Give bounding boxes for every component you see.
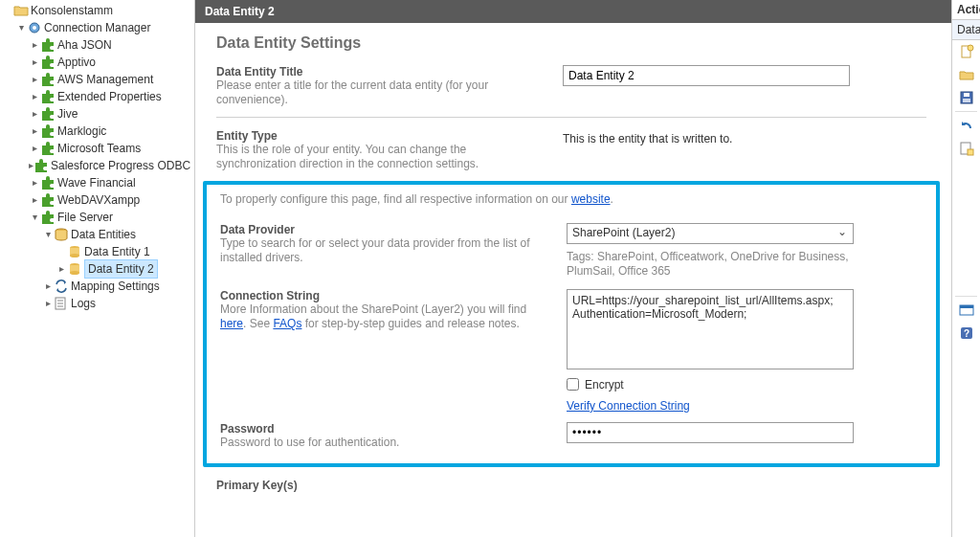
expander-icon[interactable]: ▸ bbox=[29, 36, 40, 54]
action-undo[interactable] bbox=[952, 114, 980, 137]
expander-icon[interactable]: ▾ bbox=[29, 209, 40, 226]
tree-label: AWS Management bbox=[57, 71, 153, 88]
expander-icon[interactable]: ▸ bbox=[29, 54, 40, 71]
config-help-text: To properly configure this page, find al… bbox=[220, 192, 923, 208]
field-label: Connection String bbox=[220, 289, 549, 302]
undo-icon bbox=[959, 118, 974, 133]
action-help[interactable]: ? bbox=[952, 322, 980, 345]
highlight-box: To properly configure this page, find al… bbox=[203, 181, 940, 467]
desc-part: More Information about the SharePoint (L… bbox=[220, 302, 526, 316]
action-save[interactable] bbox=[952, 86, 980, 109]
tree-item[interactable]: ▸Wave Financial bbox=[29, 174, 194, 191]
expander-icon[interactable]: ▸ bbox=[29, 191, 40, 209]
field-description: Password to use for authentication. bbox=[220, 436, 549, 450]
actions-header: Actions bbox=[952, 0, 980, 20]
folder-icon bbox=[13, 3, 29, 18]
website-link[interactable]: website bbox=[571, 192, 611, 206]
puzzle-icon bbox=[40, 72, 56, 87]
tree-label: Aha JSON bbox=[57, 36, 112, 54]
page-title-bar: Data Entity 2 bbox=[195, 0, 951, 23]
expander-icon[interactable]: ▾ bbox=[42, 226, 54, 243]
svg-text:?: ? bbox=[963, 328, 969, 339]
expander-icon[interactable]: ▸ bbox=[29, 105, 40, 123]
field-description: Please enter a title for the current dat… bbox=[216, 78, 546, 107]
actions-sub: Data Entity 2 bbox=[952, 20, 980, 40]
tree-label: Apptivo bbox=[57, 54, 96, 71]
expander-icon[interactable]: ▸ bbox=[29, 88, 40, 105]
puzzle-icon bbox=[40, 106, 56, 122]
puzzle-icon bbox=[40, 175, 56, 190]
tree-label: Data Entity 1 bbox=[84, 243, 150, 260]
tree-label: Marklogic bbox=[57, 123, 106, 140]
expander-icon[interactable]: ▸ bbox=[42, 278, 54, 295]
password-input[interactable] bbox=[567, 422, 854, 443]
entity-title-input[interactable] bbox=[563, 65, 850, 86]
expander-icon[interactable]: ▸ bbox=[29, 71, 40, 88]
tree-data-entities[interactable]: ▾Data Entities bbox=[42, 226, 194, 243]
expander-icon[interactable]: ▸ bbox=[29, 174, 40, 191]
select-value: SharePoint (Layer2) bbox=[572, 226, 675, 239]
tree-data-entity-1[interactable]: ▸Data Entity 1 bbox=[56, 243, 194, 260]
expander-icon[interactable]: ▸ bbox=[29, 140, 40, 157]
expander-icon[interactable]: ▸ bbox=[56, 260, 67, 278]
tree-connection-manager[interactable]: ▾ Connection Manager bbox=[15, 19, 194, 36]
svg-rect-16 bbox=[968, 149, 973, 155]
action-view[interactable] bbox=[952, 299, 980, 322]
folder-open-icon bbox=[959, 67, 974, 82]
verify-connection-link[interactable]: Verify Connection String bbox=[567, 399, 690, 413]
svg-rect-18 bbox=[960, 305, 973, 308]
separator bbox=[955, 296, 977, 297]
tree-item[interactable]: ▸Extended Properties bbox=[29, 88, 194, 105]
field-label: Data Entity Title bbox=[216, 65, 546, 78]
navigation-tree: ▸ Konsolenstamm ▾ Connection Manager ▸Ah… bbox=[0, 0, 195, 537]
tree-item[interactable]: ▸Aha JSON bbox=[29, 36, 194, 54]
field-description: This is the role of your entity. You can… bbox=[216, 143, 546, 171]
expander-icon[interactable]: ▸ bbox=[29, 123, 40, 140]
faqs-link[interactable]: FAQs bbox=[273, 317, 301, 330]
desc-part: . See bbox=[243, 317, 273, 330]
connection-string-input[interactable] bbox=[567, 289, 854, 369]
field-label: Password bbox=[220, 422, 549, 436]
action-new[interactable] bbox=[952, 40, 980, 63]
content-area[interactable]: Data Entity Settings Data Entity Title P… bbox=[195, 23, 951, 537]
field-label: Data Provider bbox=[220, 223, 549, 236]
encrypt-label: Encrypt bbox=[585, 378, 624, 392]
tree-item[interactable]: ▸Marklogic bbox=[29, 123, 194, 140]
puzzle-icon bbox=[40, 141, 56, 156]
tree-data-entity-2[interactable]: ▸Data Entity 2 bbox=[56, 260, 194, 278]
tree-item-file-server[interactable]: ▾File Server bbox=[29, 209, 194, 226]
expander-icon[interactable]: ▾ bbox=[15, 19, 27, 36]
tree-label: Data Entity 2 bbox=[84, 259, 158, 279]
tree-item[interactable]: ▸Jive bbox=[29, 105, 194, 123]
expander-icon[interactable]: ▸ bbox=[42, 295, 54, 312]
tree-item[interactable]: ▸WebDAVXampp bbox=[29, 191, 194, 209]
tree-logs[interactable]: ▸Logs bbox=[42, 295, 194, 312]
encrypt-checkbox[interactable] bbox=[567, 378, 579, 391]
action-properties[interactable] bbox=[952, 137, 980, 160]
row-entity-type: Entity Type This is the role of your ent… bbox=[216, 129, 926, 171]
tree-item[interactable]: ▸Microsoft Teams bbox=[29, 140, 194, 157]
tree-item[interactable]: ▸Apptivo bbox=[29, 54, 194, 71]
here-link[interactable]: here bbox=[220, 317, 243, 330]
row-connection-string: Connection String More Information about… bbox=[220, 289, 923, 413]
row-primary-keys: Primary Key(s) bbox=[216, 479, 926, 492]
data-provider-select[interactable]: SharePoint (Layer2) bbox=[567, 223, 854, 244]
tree-mapping-settings[interactable]: ▸Mapping Settings bbox=[42, 278, 194, 295]
tree-root[interactable]: ▸ Konsolenstamm bbox=[2, 2, 194, 19]
field-description: Type to search for or select your data p… bbox=[220, 236, 549, 265]
tree-label: Extended Properties bbox=[57, 88, 162, 105]
provider-tags: Tags: SharePoint, Officeatwork, OneDrive… bbox=[567, 250, 854, 280]
row-title: Data Entity Title Please enter a title f… bbox=[216, 65, 926, 107]
tree-label: Logs bbox=[71, 295, 96, 312]
puzzle-icon bbox=[33, 158, 49, 173]
entity-type-value: This is the entity that is written to. bbox=[563, 129, 926, 145]
puzzle-icon bbox=[40, 192, 56, 208]
tree-label: File Server bbox=[57, 209, 113, 226]
action-open[interactable] bbox=[952, 63, 980, 86]
field-description: More Information about the SharePoint (L… bbox=[220, 302, 549, 331]
tree-item[interactable]: ▸AWS Management bbox=[29, 71, 194, 88]
help-suffix: . bbox=[611, 192, 613, 206]
tree-item[interactable]: ▸Salesforce Progress ODBC bbox=[29, 157, 194, 174]
encrypt-row: Encrypt bbox=[567, 378, 923, 392]
actions-panel: Actions Data Entity 2 ? bbox=[951, 0, 980, 537]
